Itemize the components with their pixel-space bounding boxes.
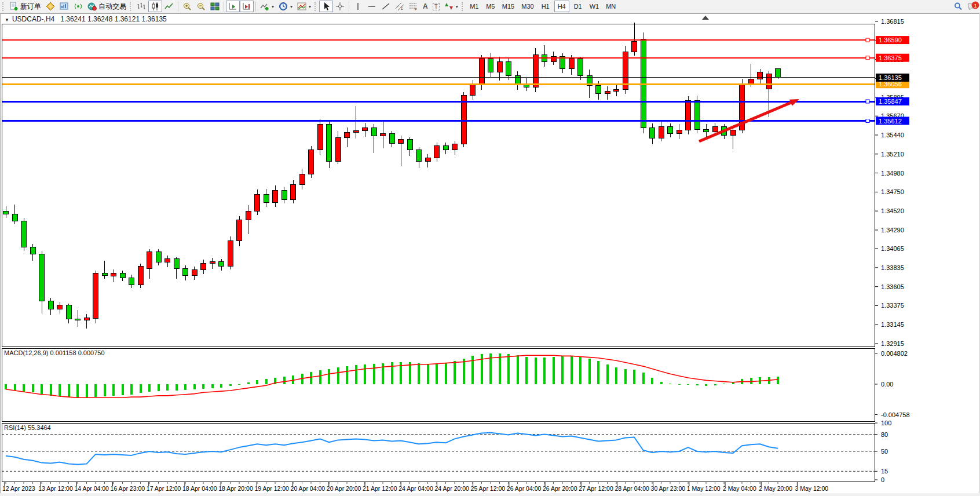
- auto-trading-button[interactable]: 自动交易: [85, 1, 129, 12]
- macd-histogram-bar: [543, 358, 546, 384]
- macd-histogram-bar: [122, 384, 124, 395]
- macd-histogram-bar: [588, 359, 591, 384]
- candlestick-icon: [151, 2, 160, 11]
- candle-bearish: [650, 127, 655, 138]
- channel-tool-button[interactable]: E: [393, 1, 407, 12]
- macd-signal-value: 0.000750: [78, 349, 105, 356]
- new-order-button[interactable]: 新订单: [7, 1, 43, 12]
- crosshair-tool-button[interactable]: [333, 1, 347, 12]
- chart-shift-icon: [242, 2, 251, 11]
- dropdown-caret: ▾: [309, 4, 311, 9]
- toolbar-grip[interactable]: [315, 2, 317, 11]
- timeframe-group: M1M5M15M30H1H4D1W1MN: [466, 1, 619, 12]
- collapse-triangle-icon[interactable]: ▼: [5, 17, 9, 23]
- fibonacci-icon: F: [409, 2, 418, 11]
- line-handle[interactable]: [866, 100, 869, 103]
- vertical-line-icon: [353, 2, 363, 11]
- macd-histogram-bar: [678, 384, 681, 385]
- text-label-tool-button[interactable]: T: [430, 1, 442, 12]
- candle-bearish: [102, 273, 107, 275]
- candle-bearish: [156, 251, 161, 262]
- macd-indicator-label: MACD(12,26,9) 0.001158 0.000750: [4, 349, 105, 356]
- y-axis-label: 1.34065: [881, 245, 904, 252]
- chart-title-bar: ▼USDCAD-,H41.36241 1.36248 1.36121 1.361…: [5, 15, 167, 23]
- candle-bullish: [363, 127, 368, 131]
- tab-timeframe-W1[interactable]: W1: [587, 1, 602, 12]
- y-axis-label: 1.33835: [881, 264, 904, 271]
- macd-histogram-bar: [427, 364, 429, 384]
- toolbar-grip[interactable]: [130, 2, 133, 11]
- rsi-axis-label: 50: [881, 448, 888, 455]
- market-watch-button[interactable]: [57, 1, 71, 12]
- macd-histogram-bar: [23, 384, 25, 392]
- price-tag-label: 1.35847: [879, 98, 902, 105]
- line-handle[interactable]: [866, 38, 869, 42]
- candle-bullish: [712, 127, 718, 132]
- toolbar-grip[interactable]: [2, 2, 5, 11]
- notifications-button[interactable]: 1: [965, 1, 979, 12]
- macd-histogram-bar: [130, 384, 133, 395]
- periods-button[interactable]: ▾: [276, 1, 295, 12]
- macd-histogram-bar: [714, 384, 716, 385]
- tab-timeframe-H4[interactable]: H4: [554, 1, 569, 12]
- search-button[interactable]: [951, 1, 965, 12]
- trendline-tool-button[interactable]: [379, 1, 393, 12]
- dropdown-caret: ▾: [272, 4, 274, 9]
- candle-bullish: [766, 74, 771, 89]
- text-tool-button[interactable]: A: [420, 1, 430, 12]
- templates-button[interactable]: ▾: [295, 1, 313, 12]
- candle-bearish: [668, 127, 673, 133]
- chart-shift-button[interactable]: [240, 1, 254, 12]
- line-handle[interactable]: [866, 56, 869, 60]
- cursor-tool-button[interactable]: [319, 1, 333, 12]
- zoom-in-button[interactable]: [180, 1, 194, 12]
- tab-timeframe-H1[interactable]: H1: [538, 1, 553, 12]
- tab-timeframe-D1[interactable]: D1: [571, 1, 586, 12]
- macd-histogram-bar: [256, 380, 258, 384]
- macd-histogram-bar: [382, 363, 384, 384]
- search-icon: [953, 2, 963, 11]
- x-axis-label: 18 Apr 20:00: [218, 485, 253, 492]
- x-axis-label: 14 Apr 04:00: [74, 485, 109, 492]
- zoom-out-button[interactable]: [194, 1, 208, 12]
- macd-histogram-bar: [265, 379, 268, 384]
- vertical-line-tool-button[interactable]: [351, 1, 365, 12]
- tab-timeframe-MN[interactable]: MN: [603, 1, 619, 12]
- tab-timeframe-M5[interactable]: M5: [483, 1, 498, 12]
- tab-timeframe-M30[interactable]: M30: [518, 1, 536, 12]
- tile-windows-button[interactable]: [208, 1, 222, 12]
- line-handle[interactable]: [866, 119, 869, 123]
- fibonacci-tool-button[interactable]: F: [407, 1, 420, 12]
- auto-scroll-button[interactable]: [226, 1, 240, 12]
- candle-bearish: [129, 278, 134, 285]
- y-axis-label: 1.34290: [881, 227, 904, 234]
- new-order-icon: [9, 2, 19, 11]
- price-tag-label: 1.35612: [879, 118, 902, 125]
- macd-histogram-bar: [166, 384, 169, 391]
- candlestick-mode-button[interactable]: [148, 1, 162, 12]
- tab-timeframe-M1[interactable]: M1: [467, 1, 482, 12]
- candle-bearish: [66, 305, 71, 319]
- macd-histogram-bar: [705, 384, 707, 386]
- rsi-value: 55.3464: [28, 424, 51, 431]
- chart-canvas[interactable]: 1.368151.365851.363551.361251.358951.356…: [0, 0, 980, 496]
- indicators-icon: [260, 2, 269, 11]
- indicators-button[interactable]: ▾: [258, 1, 276, 12]
- candle-bullish: [470, 84, 476, 96]
- arrows-tool-button[interactable]: ▾: [442, 1, 460, 12]
- macd-histogram-bar: [238, 384, 240, 385]
- line-chart-mode-button[interactable]: [162, 1, 176, 12]
- macd-histogram-bar: [463, 359, 465, 384]
- toolbar-grip[interactable]: [462, 2, 465, 11]
- tab-timeframe-M15[interactable]: M15: [499, 1, 517, 12]
- toolbar-separator: [178, 2, 178, 12]
- macd-histogram-bar: [445, 363, 447, 384]
- horizontal-line-tool-button[interactable]: [365, 1, 379, 12]
- svg-text:F: F: [415, 8, 417, 11]
- bottom-strip: [0, 493, 980, 496]
- signals-button[interactable]: [71, 1, 85, 12]
- bar-chart-mode-button[interactable]: [134, 1, 148, 12]
- candle-bearish: [488, 59, 493, 72]
- macd-histogram-bar: [606, 364, 609, 384]
- metaeditor-button[interactable]: [43, 1, 57, 12]
